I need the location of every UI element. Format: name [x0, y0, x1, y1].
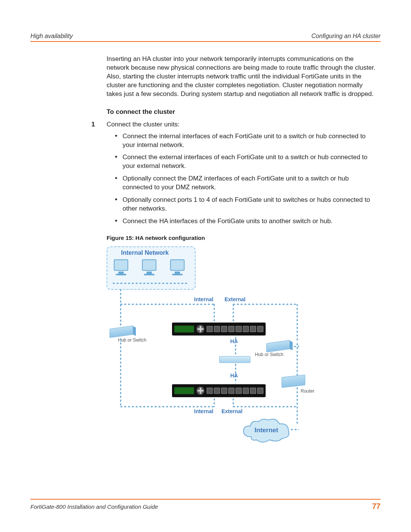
header-left: High availability: [30, 33, 73, 40]
internal-label: Internal: [194, 408, 213, 415]
list-item: Optionally connect the DMZ interfaces of…: [115, 174, 377, 192]
main-content: Inserting an HA cluster into your networ…: [107, 55, 377, 448]
fortigate-device-icon: [172, 384, 266, 397]
page-header: High availability Configuring an HA clus…: [30, 33, 381, 42]
connection-line: [232, 303, 234, 322]
numbered-step: 1 Connect the cluster units: Connect the…: [107, 120, 377, 226]
connection-line: [296, 342, 298, 377]
header-right: Configuring an HA cluster: [311, 33, 381, 40]
computer-icon: [113, 259, 129, 275]
router-icon: [282, 375, 305, 388]
computer-icon: [142, 259, 157, 275]
ha-network-diagram: Internal Network Hub or Switch Internal …: [107, 246, 320, 448]
fortigate-device-icon: [172, 323, 266, 335]
list-item: Optionally connect ports 1 to 4 of each …: [115, 196, 377, 213]
external-label: External: [221, 408, 242, 415]
connection-line: [296, 303, 298, 341]
step-text: Connect the cluster units:: [107, 120, 377, 129]
connection-line: [119, 288, 122, 326]
internet-label: Internet: [240, 426, 293, 435]
external-label: External: [225, 296, 245, 303]
internal-network-label: Internal Network: [121, 249, 169, 257]
internal-label: Internal: [194, 296, 213, 303]
page-number: 77: [372, 502, 381, 511]
connection-line: [119, 303, 215, 305]
list-item: Connect the HA interfaces of the FortiGa…: [115, 217, 377, 226]
connection-line: [232, 406, 297, 408]
list-item: Connect the external interfaces of each …: [115, 153, 377, 171]
router-label: Router: [301, 388, 314, 394]
intro-paragraph: Inserting an HA cluster into your networ…: [107, 55, 377, 99]
subheading: To connect the cluster: [107, 108, 377, 117]
hub-switch-label: Hub or Switch: [118, 338, 147, 343]
step-number: 1: [91, 120, 95, 129]
connection-line: [112, 282, 188, 284]
connection-line: [234, 336, 237, 355]
connection-line: [213, 303, 215, 322]
connection-line: [213, 398, 215, 407]
switch-icon: [266, 340, 290, 353]
computer-icon: [170, 259, 185, 275]
switch-icon: [110, 326, 133, 338]
bullet-list: Connect the internal interfaces of each …: [115, 132, 377, 226]
internet-cloud-icon: Internet: [240, 418, 293, 444]
ha-label: HA: [230, 372, 238, 379]
hub-switch-label: Hub or Switch: [255, 352, 284, 357]
connection-line: [119, 338, 122, 407]
footer-title: FortiGate-800 Installation and Configura…: [30, 503, 158, 510]
ha-switch-icon: [219, 356, 250, 363]
list-item: Connect the internal interfaces of each …: [115, 132, 377, 150]
figure-caption: Figure 15: HA network configuration: [107, 234, 377, 242]
connection-line: [232, 398, 234, 407]
connection-line: [290, 428, 299, 431]
page-footer: FortiGate-800 Installation and Configura…: [30, 499, 381, 511]
connection-line: [232, 303, 297, 305]
